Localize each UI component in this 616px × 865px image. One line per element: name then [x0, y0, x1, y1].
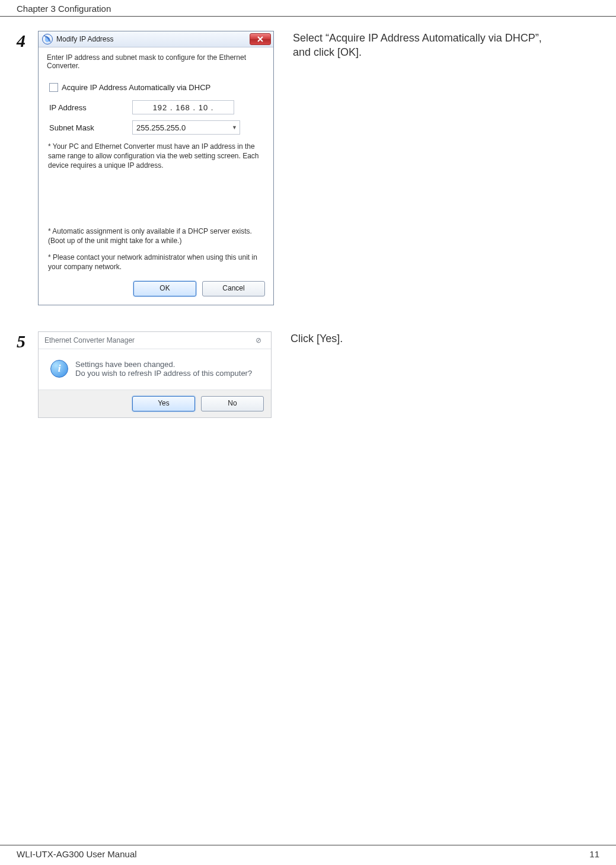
- chevron-down-icon: ▼: [232, 125, 237, 130]
- manager-message-line2: Do you wish to refresh IP address of thi…: [75, 369, 252, 378]
- subnet-select[interactable]: 255.255.255.0 ▼: [132, 120, 240, 135]
- note-3: * Please contact your network administra…: [48, 253, 264, 272]
- subnet-row: Subnet Mask 255.255.255.0 ▼: [47, 120, 265, 135]
- step-5-instruction: Click [Yes].: [291, 331, 343, 346]
- dhcp-checkbox-row[interactable]: Acquire IP Address Automatically via DHC…: [47, 83, 265, 92]
- ip-address-label: IP Address: [49, 103, 132, 112]
- subnet-label: Subnet Mask: [49, 123, 132, 132]
- step-5: 5 Ethernet Converter Manager ⊘ i Setting…: [0, 317, 616, 430]
- step-5-number: 5: [17, 331, 38, 352]
- modify-ip-title: Modify IP Address: [56, 35, 114, 43]
- manager-message-line1: Settings have been changed.: [75, 360, 252, 369]
- chapter-title: Chapter 3 Configuration: [17, 4, 111, 14]
- note-1: * Your PC and Ethernet Converter must ha…: [48, 142, 264, 171]
- manager-titlebar: Ethernet Converter Manager ⊘: [39, 332, 271, 349]
- page-header: Chapter 3 Configuration: [0, 0, 616, 17]
- page-footer: WLI-UTX-AG300 User Manual 11: [0, 845, 616, 859]
- checkbox-icon: [49, 83, 58, 92]
- subnet-value: 255.255.255.0: [136, 123, 186, 132]
- ip-address-row: IP Address 192 . 168 . 10 .: [47, 100, 265, 114]
- close-button[interactable]: [250, 33, 271, 45]
- close-button[interactable]: ⊘: [250, 336, 267, 344]
- close-icon: ⊘: [256, 336, 261, 344]
- note-2: * Automatic assignment is only available…: [48, 226, 264, 245]
- close-icon: [257, 36, 264, 42]
- page-number: 11: [589, 849, 599, 859]
- ok-button[interactable]: OK: [133, 281, 196, 296]
- step-4-number: 4: [17, 31, 38, 51]
- manager-message: Settings have been changed. Do you wish …: [75, 360, 252, 378]
- wifi-icon: [42, 34, 53, 44]
- modify-ip-titlebar: Modify IP Address: [39, 31, 273, 47]
- manager-dialog: Ethernet Converter Manager ⊘ i Settings …: [38, 331, 272, 418]
- manager-title: Ethernet Converter Manager: [44, 336, 135, 344]
- manual-title: WLI-UTX-AG300 User Manual: [17, 849, 137, 859]
- dialog-intro: Enter IP address and subnet mask to conf…: [47, 53, 265, 70]
- step-4: 4 Modify IP Address Enter IP address and…: [0, 17, 616, 317]
- dhcp-checkbox-label: Acquire IP Address Automatically via DHC…: [62, 83, 210, 92]
- no-button[interactable]: No: [201, 396, 264, 411]
- cancel-button[interactable]: Cancel: [202, 281, 265, 296]
- info-icon: i: [50, 360, 68, 378]
- ip-address-input[interactable]: 192 . 168 . 10 .: [132, 100, 234, 114]
- yes-button[interactable]: Yes: [132, 396, 195, 411]
- modify-ip-dialog: Modify IP Address Enter IP address and s…: [38, 31, 274, 305]
- step-4-instruction: Select “Acquire IP Address Automatically…: [293, 31, 554, 60]
